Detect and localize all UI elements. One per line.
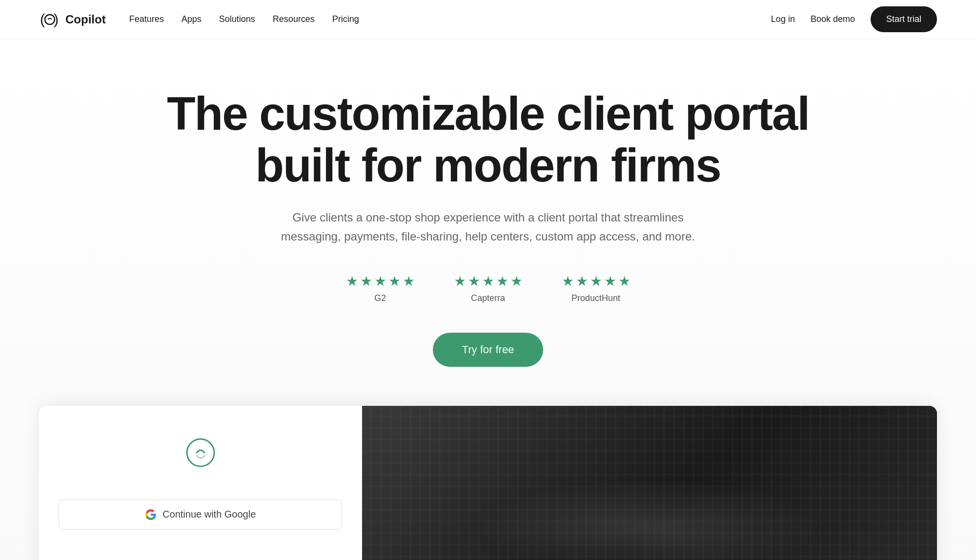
stars-g2: ★ ★ ★ ★ ★: [346, 273, 415, 289]
star-2: ★: [360, 273, 372, 289]
nav-left: ( ) Copilot Features Apps Solutions Reso…: [39, 9, 359, 30]
star-4: ★: [604, 273, 616, 289]
nav-item-pricing[interactable]: Pricing: [332, 14, 359, 24]
try-for-free-button[interactable]: Try for free: [433, 333, 544, 367]
star-2: ★: [576, 273, 588, 289]
logo[interactable]: ( ) Copilot: [39, 9, 106, 30]
star-2: ★: [468, 273, 480, 289]
star-1: ★: [346, 273, 358, 289]
stars-producthunt: ★ ★ ★ ★ ★: [562, 273, 630, 289]
nav-item-features[interactable]: Features: [129, 14, 164, 24]
google-signin-label: Continue with Google: [163, 509, 256, 520]
star-4: ★: [496, 273, 508, 289]
navbar: ( ) Copilot Features Apps Solutions Reso…: [0, 0, 976, 39]
google-signin-button[interactable]: Continue with Google: [59, 500, 342, 530]
star-5: ★: [403, 273, 415, 289]
demo-product-visual: [362, 406, 937, 560]
demo-signin-panel: Continue with Google: [39, 406, 362, 560]
rating-capterra-label: Capterra: [471, 293, 505, 303]
svg-point-1: [45, 15, 55, 24]
star-3: ★: [374, 273, 386, 289]
star-1: ★: [454, 273, 466, 289]
star-3: ★: [482, 273, 494, 289]
star-1: ★: [562, 273, 574, 289]
demo-copilot-icon: [183, 435, 218, 470]
ratings-group: ★ ★ ★ ★ ★ G2 ★ ★ ★ ★ ★ Capterra ★ ★ ★: [346, 273, 630, 303]
rating-capterra: ★ ★ ★ ★ ★ Capterra: [454, 273, 523, 303]
nav-item-resources[interactable]: Resources: [273, 14, 315, 24]
nav-links: Features Apps Solutions Resources Pricin…: [129, 14, 359, 24]
hero-subtitle: Give clients a one-stop shop experience …: [268, 208, 708, 246]
svg-text:(: (: [40, 11, 45, 27]
book-demo-link[interactable]: Book demo: [811, 14, 855, 24]
nav-item-apps[interactable]: Apps: [182, 14, 202, 24]
login-link[interactable]: Log in: [771, 14, 795, 24]
svg-text:): ): [54, 11, 59, 27]
google-icon: [145, 509, 157, 520]
hero-section: The customizable client portal built for…: [0, 39, 976, 560]
rating-producthunt: ★ ★ ★ ★ ★ ProductHunt: [562, 273, 630, 303]
star-4: ★: [388, 273, 401, 289]
logo-text: Copilot: [65, 13, 106, 26]
rating-g2: ★ ★ ★ ★ ★ G2: [346, 273, 415, 303]
copilot-logo-icon: ( ): [39, 9, 61, 30]
nav-right: Log in Book demo Start trial: [771, 6, 937, 32]
start-trial-button[interactable]: Start trial: [871, 6, 937, 32]
star-5: ★: [618, 273, 630, 289]
star-3: ★: [590, 273, 602, 289]
demo-preview: Continue with Google: [39, 406, 937, 560]
nav-item-solutions[interactable]: Solutions: [219, 14, 255, 24]
demo-background: [362, 406, 937, 560]
svg-point-3: [187, 439, 214, 466]
rating-producthunt-label: ProductHunt: [571, 293, 620, 303]
stars-capterra: ★ ★ ★ ★ ★: [454, 273, 523, 289]
rating-g2-label: G2: [374, 293, 386, 303]
star-5: ★: [510, 273, 523, 289]
keyboard-glow: [477, 479, 822, 560]
hero-title: The customizable client portal built for…: [146, 88, 830, 191]
